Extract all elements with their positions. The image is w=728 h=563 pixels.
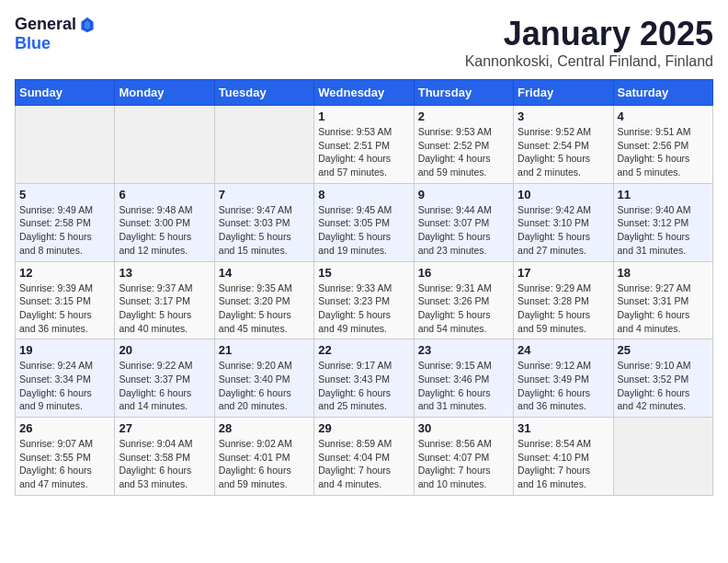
calendar-cell: 14Sunrise: 9:35 AM Sunset: 3:20 PM Dayli… bbox=[214, 261, 313, 339]
week-row-2: 5Sunrise: 9:49 AM Sunset: 2:58 PM Daylig… bbox=[16, 183, 713, 261]
day-number: 31 bbox=[518, 421, 609, 435]
day-info: Sunrise: 9:51 AM Sunset: 2:56 PM Dayligh… bbox=[618, 125, 709, 179]
calendar-cell bbox=[16, 106, 115, 184]
calendar-cell: 26Sunrise: 9:07 AM Sunset: 3:55 PM Dayli… bbox=[16, 418, 115, 496]
day-info: Sunrise: 9:45 AM Sunset: 3:05 PM Dayligh… bbox=[318, 203, 409, 258]
calendar-cell: 22Sunrise: 9:17 AM Sunset: 3:43 PM Dayli… bbox=[314, 339, 414, 418]
header: General Blue January 2025 Kannonkoski, C… bbox=[15, 15, 713, 70]
calendar-cell: 8Sunrise: 9:45 AM Sunset: 3:05 PM Daylig… bbox=[314, 183, 414, 261]
day-info: Sunrise: 9:20 AM Sunset: 3:40 PM Dayligh… bbox=[219, 359, 310, 413]
weekday-header-wednesday: Wednesday bbox=[314, 80, 414, 106]
week-row-4: 19Sunrise: 9:24 AM Sunset: 3:34 PM Dayli… bbox=[16, 339, 713, 418]
day-info: Sunrise: 9:24 AM Sunset: 3:34 PM Dayligh… bbox=[19, 359, 110, 413]
logo-blue-text: Blue bbox=[15, 34, 51, 53]
day-info: Sunrise: 9:53 AM Sunset: 2:52 PM Dayligh… bbox=[418, 125, 509, 179]
calendar-cell: 23Sunrise: 9:15 AM Sunset: 3:46 PM Dayli… bbox=[414, 339, 513, 418]
calendar-cell bbox=[613, 418, 712, 496]
day-info: Sunrise: 9:42 AM Sunset: 3:10 PM Dayligh… bbox=[518, 203, 609, 258]
day-info: Sunrise: 9:40 AM Sunset: 3:12 PM Dayligh… bbox=[618, 203, 709, 258]
day-number: 10 bbox=[518, 188, 609, 201]
day-number: 26 bbox=[19, 421, 110, 435]
day-number: 4 bbox=[618, 109, 709, 123]
day-number: 22 bbox=[318, 343, 409, 357]
day-number: 25 bbox=[618, 343, 709, 357]
weekday-header-monday: Monday bbox=[115, 80, 214, 106]
calendar-table: SundayMondayTuesdayWednesdayThursdayFrid… bbox=[15, 79, 713, 496]
calendar-cell: 3Sunrise: 9:52 AM Sunset: 2:54 PM Daylig… bbox=[514, 106, 613, 184]
day-number: 27 bbox=[119, 421, 210, 435]
day-info: Sunrise: 9:04 AM Sunset: 3:58 PM Dayligh… bbox=[119, 437, 210, 491]
calendar-cell bbox=[115, 106, 214, 184]
calendar-cell: 4Sunrise: 9:51 AM Sunset: 2:56 PM Daylig… bbox=[613, 106, 712, 184]
calendar-cell: 28Sunrise: 9:02 AM Sunset: 4:01 PM Dayli… bbox=[214, 418, 313, 496]
day-info: Sunrise: 9:17 AM Sunset: 3:43 PM Dayligh… bbox=[318, 359, 409, 413]
weekday-header-row: SundayMondayTuesdayWednesdayThursdayFrid… bbox=[16, 80, 713, 106]
day-info: Sunrise: 9:15 AM Sunset: 3:46 PM Dayligh… bbox=[418, 359, 509, 413]
day-number: 30 bbox=[418, 421, 509, 435]
day-number: 23 bbox=[418, 343, 509, 357]
calendar-cell: 10Sunrise: 9:42 AM Sunset: 3:10 PM Dayli… bbox=[514, 183, 613, 261]
logo-general-text: General bbox=[15, 15, 76, 34]
week-row-1: 1Sunrise: 9:53 AM Sunset: 2:51 PM Daylig… bbox=[16, 106, 713, 184]
calendar-subtitle: Kannonkoski, Central Finland, Finland bbox=[465, 53, 713, 70]
calendar-title: January 2025 bbox=[465, 15, 713, 53]
day-number: 6 bbox=[119, 188, 210, 201]
weekday-header-tuesday: Tuesday bbox=[214, 80, 313, 106]
calendar-cell: 21Sunrise: 9:20 AM Sunset: 3:40 PM Dayli… bbox=[214, 339, 313, 418]
day-info: Sunrise: 9:49 AM Sunset: 2:58 PM Dayligh… bbox=[19, 203, 110, 258]
day-info: Sunrise: 9:29 AM Sunset: 3:28 PM Dayligh… bbox=[518, 282, 609, 336]
calendar-cell: 24Sunrise: 9:12 AM Sunset: 3:49 PM Dayli… bbox=[514, 339, 613, 418]
day-number: 2 bbox=[418, 109, 509, 123]
day-info: Sunrise: 9:35 AM Sunset: 3:20 PM Dayligh… bbox=[219, 282, 310, 336]
day-info: Sunrise: 9:33 AM Sunset: 3:23 PM Dayligh… bbox=[318, 282, 409, 336]
day-number: 18 bbox=[618, 266, 709, 280]
day-info: Sunrise: 9:02 AM Sunset: 4:01 PM Dayligh… bbox=[219, 437, 310, 491]
calendar-cell: 25Sunrise: 9:10 AM Sunset: 3:52 PM Dayli… bbox=[613, 339, 712, 418]
calendar-cell: 30Sunrise: 8:56 AM Sunset: 4:07 PM Dayli… bbox=[414, 418, 513, 496]
day-info: Sunrise: 8:54 AM Sunset: 4:10 PM Dayligh… bbox=[518, 437, 609, 491]
day-info: Sunrise: 9:12 AM Sunset: 3:49 PM Dayligh… bbox=[518, 359, 609, 413]
day-info: Sunrise: 8:59 AM Sunset: 4:04 PM Dayligh… bbox=[318, 437, 409, 491]
weekday-header-saturday: Saturday bbox=[613, 80, 712, 106]
calendar-cell: 12Sunrise: 9:39 AM Sunset: 3:15 PM Dayli… bbox=[16, 261, 115, 339]
calendar-cell: 29Sunrise: 8:59 AM Sunset: 4:04 PM Dayli… bbox=[314, 418, 414, 496]
calendar-cell: 15Sunrise: 9:33 AM Sunset: 3:23 PM Dayli… bbox=[314, 261, 414, 339]
week-row-3: 12Sunrise: 9:39 AM Sunset: 3:15 PM Dayli… bbox=[16, 261, 713, 339]
day-number: 7 bbox=[219, 188, 310, 201]
day-info: Sunrise: 9:39 AM Sunset: 3:15 PM Dayligh… bbox=[19, 282, 110, 336]
title-section: January 2025 Kannonkoski, Central Finlan… bbox=[465, 15, 713, 70]
weekday-header-thursday: Thursday bbox=[414, 80, 513, 106]
day-number: 14 bbox=[219, 266, 310, 280]
calendar-cell: 1Sunrise: 9:53 AM Sunset: 2:51 PM Daylig… bbox=[314, 106, 414, 184]
day-info: Sunrise: 9:10 AM Sunset: 3:52 PM Dayligh… bbox=[618, 359, 709, 413]
day-number: 19 bbox=[19, 343, 110, 357]
day-number: 11 bbox=[618, 188, 709, 201]
calendar-cell: 31Sunrise: 8:54 AM Sunset: 4:10 PM Dayli… bbox=[514, 418, 613, 496]
logo-icon bbox=[78, 16, 97, 34]
day-info: Sunrise: 9:53 AM Sunset: 2:51 PM Dayligh… bbox=[318, 125, 409, 179]
day-number: 29 bbox=[318, 421, 409, 435]
day-info: Sunrise: 9:52 AM Sunset: 2:54 PM Dayligh… bbox=[518, 125, 609, 179]
calendar-cell: 13Sunrise: 9:37 AM Sunset: 3:17 PM Dayli… bbox=[115, 261, 214, 339]
day-number: 28 bbox=[219, 421, 310, 435]
weekday-header-friday: Friday bbox=[514, 80, 613, 106]
day-number: 15 bbox=[318, 266, 409, 280]
day-info: Sunrise: 8:56 AM Sunset: 4:07 PM Dayligh… bbox=[418, 437, 509, 491]
calendar-cell: 19Sunrise: 9:24 AM Sunset: 3:34 PM Dayli… bbox=[16, 339, 115, 418]
day-number: 20 bbox=[119, 343, 210, 357]
calendar-cell: 20Sunrise: 9:22 AM Sunset: 3:37 PM Dayli… bbox=[115, 339, 214, 418]
weekday-header-sunday: Sunday bbox=[16, 80, 115, 106]
logo: General Blue bbox=[15, 15, 97, 53]
calendar-cell: 16Sunrise: 9:31 AM Sunset: 3:26 PM Dayli… bbox=[414, 261, 513, 339]
day-number: 3 bbox=[518, 109, 609, 123]
day-info: Sunrise: 9:22 AM Sunset: 3:37 PM Dayligh… bbox=[119, 359, 210, 413]
day-number: 21 bbox=[219, 343, 310, 357]
calendar-cell: 9Sunrise: 9:44 AM Sunset: 3:07 PM Daylig… bbox=[414, 183, 513, 261]
day-info: Sunrise: 9:31 AM Sunset: 3:26 PM Dayligh… bbox=[418, 282, 509, 336]
day-info: Sunrise: 9:27 AM Sunset: 3:31 PM Dayligh… bbox=[618, 282, 709, 336]
day-number: 16 bbox=[418, 266, 509, 280]
day-info: Sunrise: 9:44 AM Sunset: 3:07 PM Dayligh… bbox=[418, 203, 509, 258]
day-info: Sunrise: 9:37 AM Sunset: 3:17 PM Dayligh… bbox=[119, 282, 210, 336]
day-number: 8 bbox=[318, 188, 409, 201]
day-number: 1 bbox=[318, 109, 409, 123]
